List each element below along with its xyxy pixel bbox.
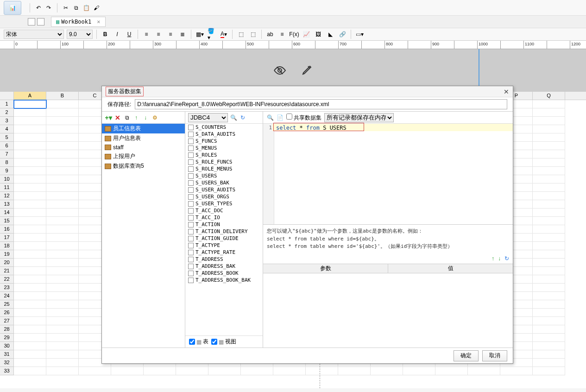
close-tab-icon[interactable]: × — [97, 19, 100, 25]
unmerge-button[interactable]: ⬚ — [248, 30, 258, 39]
row-header[interactable]: 2 — [0, 108, 14, 117]
cell[interactable] — [14, 225, 46, 234]
cell[interactable] — [14, 217, 46, 225]
cell[interactable] — [46, 325, 79, 334]
app-icon[interactable]: 📊 — [4, 1, 21, 15]
cell[interactable] — [500, 367, 533, 375]
cell[interactable] — [14, 275, 46, 284]
table-item[interactable]: T_ACC_DOC — [185, 207, 263, 214]
table-item[interactable]: S_DATA_AUDITS — [185, 131, 263, 138]
preview-off-icon[interactable] — [273, 64, 286, 77]
underline-button[interactable]: U — [125, 30, 134, 39]
col-header[interactable]: Q — [533, 92, 565, 100]
cell[interactable] — [46, 108, 79, 117]
row-header[interactable]: 13 — [0, 200, 14, 209]
cell[interactable] — [371, 367, 403, 375]
preview-sql-icon[interactable]: 🔍 — [267, 114, 274, 121]
cell[interactable] — [533, 334, 565, 342]
cell[interactable] — [14, 284, 46, 292]
cell[interactable] — [533, 367, 565, 375]
table-item[interactable]: T_ACTION — [185, 221, 263, 228]
row-header[interactable]: 9 — [0, 167, 14, 175]
cell[interactable] — [46, 292, 79, 300]
cell[interactable] — [46, 300, 79, 309]
cell[interactable] — [403, 367, 435, 375]
cell[interactable] — [46, 183, 79, 192]
table-item[interactable]: S_MENUS — [185, 145, 263, 152]
add-dataset-icon[interactable]: +▾ — [105, 114, 112, 121]
cell[interactable] — [14, 175, 46, 183]
row-header[interactable]: 23 — [0, 284, 14, 292]
param-grid[interactable]: 参数 值 — [263, 264, 513, 348]
cell[interactable] — [46, 242, 79, 250]
table-item[interactable]: T_ACTYPE_RATE — [185, 249, 263, 256]
row-header[interactable]: 32 — [0, 359, 14, 367]
cell[interactable] — [14, 300, 46, 309]
cell[interactable] — [241, 367, 273, 375]
row-header[interactable]: 26 — [0, 309, 14, 317]
cell[interactable] — [533, 200, 565, 209]
cell[interactable] — [533, 225, 565, 234]
align-justify-button[interactable]: ≣ — [178, 30, 187, 39]
align-right-button[interactable]: ≡ — [166, 30, 175, 39]
cell[interactable] — [14, 234, 46, 242]
row-header[interactable]: 19 — [0, 250, 14, 259]
move-up-icon[interactable]: ↑ — [132, 114, 140, 121]
table-item[interactable]: S_FUNCS — [185, 138, 263, 145]
cell[interactable] — [14, 125, 46, 133]
image-button[interactable]: 🖼 — [314, 30, 323, 39]
link-button[interactable]: 🔗 — [338, 30, 347, 39]
font-color-button[interactable]: A▾ — [219, 30, 228, 39]
cell[interactable] — [533, 242, 565, 250]
cell[interactable] — [46, 209, 79, 217]
cell[interactable] — [14, 209, 46, 217]
cell[interactable] — [14, 100, 46, 108]
cell[interactable] — [14, 325, 46, 334]
cell[interactable] — [533, 300, 565, 309]
table-item[interactable]: S_COUNTERS — [185, 124, 263, 131]
cell[interactable] — [46, 367, 79, 375]
cell[interactable] — [46, 309, 79, 317]
widget-button[interactable]: ▭▾ — [355, 30, 364, 39]
cell[interactable] — [533, 317, 565, 325]
cell[interactable] — [14, 342, 46, 350]
cell[interactable] — [533, 309, 565, 317]
edit-icon[interactable] — [300, 64, 313, 77]
cut-icon[interactable]: ✂ — [62, 4, 69, 12]
row-header[interactable]: 18 — [0, 242, 14, 250]
font-name-select[interactable]: 宋体 — [4, 30, 64, 39]
row-header[interactable]: 21 — [0, 267, 14, 275]
table-item[interactable]: S_USER_TYPES — [185, 200, 263, 207]
cell[interactable] — [46, 158, 79, 167]
ok-button[interactable]: 确定 — [454, 350, 479, 361]
cell[interactable] — [533, 150, 565, 158]
row-header[interactable]: 11 — [0, 183, 14, 192]
align-center-button[interactable]: ≡ — [154, 30, 163, 39]
undo-icon[interactable]: ↶ — [35, 4, 42, 12]
cell[interactable] — [533, 117, 565, 125]
row-header[interactable]: 29 — [0, 334, 14, 342]
cell[interactable] — [435, 367, 468, 375]
cell[interactable] — [14, 317, 46, 325]
cell[interactable] — [14, 309, 46, 317]
cell[interactable] — [533, 175, 565, 183]
row-header[interactable]: 3 — [0, 117, 14, 125]
refresh-tables-icon[interactable]: ↻ — [239, 114, 246, 121]
row-header[interactable]: 24 — [0, 292, 14, 300]
fill-color-button[interactable]: 🪣▾ — [207, 30, 216, 39]
redo-icon[interactable]: ↷ — [45, 4, 52, 12]
cell[interactable] — [533, 250, 565, 259]
cell[interactable] — [14, 359, 46, 367]
close-dialog-icon[interactable]: ✕ — [504, 88, 509, 95]
cell[interactable] — [533, 342, 565, 350]
cell[interactable] — [468, 367, 500, 375]
table-checkbox[interactable]: ▦ 表 — [189, 338, 208, 346]
table-item[interactable]: T_ACTYPE — [185, 242, 263, 249]
row-header[interactable]: 16 — [0, 225, 14, 234]
search-table-icon[interactable]: 🔍 — [230, 114, 237, 121]
cell[interactable] — [533, 275, 565, 284]
italic-button[interactable]: I — [113, 30, 122, 39]
dataset-item[interactable]: 用户信息表 — [102, 133, 185, 143]
cell[interactable] — [46, 250, 79, 259]
cell[interactable] — [533, 234, 565, 242]
